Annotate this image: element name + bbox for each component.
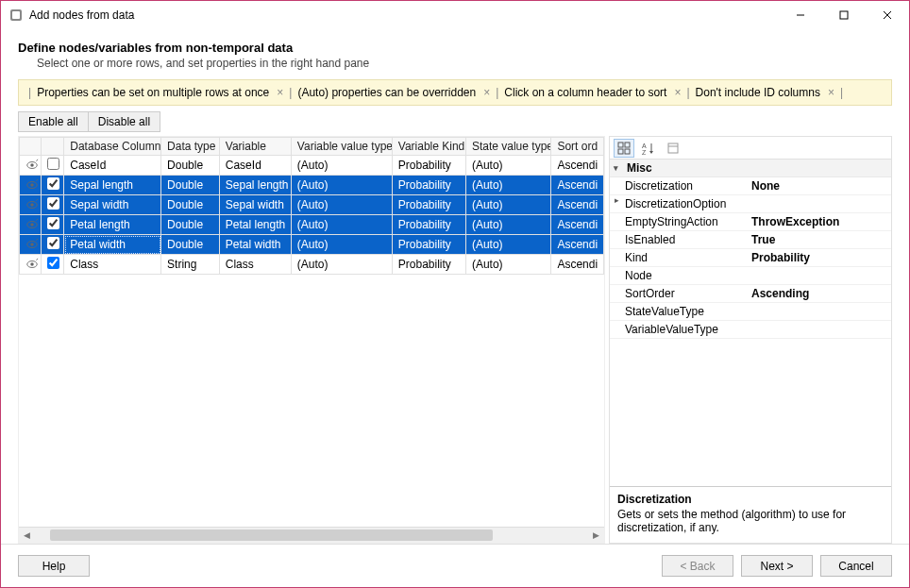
tip-close-icon[interactable]: × [674, 86, 681, 99]
cell-variable-kind[interactable]: Probability [392, 215, 465, 235]
scroll-track[interactable] [35, 528, 588, 543]
minimize-button[interactable] [779, 1, 822, 29]
cell-state-value-type[interactable]: (Auto) [465, 156, 550, 176]
row-checkbox-cell[interactable] [41, 255, 64, 275]
cell-database-column[interactable]: Class [64, 255, 161, 275]
row-eye-icon[interactable] [20, 176, 42, 195]
row-checkbox-cell[interactable] [41, 215, 64, 235]
property-value[interactable]: Ascending [748, 285, 891, 302]
row-checkbox[interactable] [47, 197, 59, 210]
grid-header-check[interactable] [41, 138, 64, 156]
cell-variable[interactable]: Sepal width [219, 195, 291, 215]
row-checkbox-cell[interactable] [41, 176, 64, 195]
cell-variable[interactable]: Class [219, 255, 291, 275]
cell-variable-value-type[interactable]: (Auto) [291, 176, 392, 195]
cell-data-type[interactable]: String [161, 255, 220, 275]
cell-sort-order[interactable]: Ascendi [551, 176, 604, 195]
cell-database-column[interactable]: CaseId [64, 156, 161, 176]
tip-close-icon[interactable]: × [277, 86, 283, 99]
cell-variable-kind[interactable]: Probability [392, 195, 465, 215]
cell-database-column[interactable]: Petal length [64, 215, 161, 235]
prop-alphabetical-button[interactable]: AZ [638, 139, 659, 158]
row-eye-icon[interactable] [20, 215, 42, 235]
row-checkbox[interactable] [47, 257, 59, 269]
cell-state-value-type[interactable]: (Auto) [465, 195, 550, 215]
help-button[interactable]: Help [18, 555, 90, 577]
property-row[interactable]: EmptyStringActionThrowException [610, 213, 891, 231]
prop-categorized-button[interactable] [614, 139, 634, 158]
cell-variable[interactable]: Petal length [219, 215, 291, 235]
cell-variable[interactable]: Petal width [219, 235, 291, 255]
cell-database-column[interactable]: Petal width [64, 235, 161, 255]
cell-data-type[interactable]: Double [161, 195, 220, 215]
cell-variable-kind[interactable]: Probability [392, 235, 465, 255]
cancel-button[interactable]: Cancel [820, 555, 892, 577]
tip-close-icon[interactable]: × [828, 86, 834, 99]
cell-data-type[interactable]: Double [161, 235, 220, 255]
row-eye-icon[interactable] [20, 255, 42, 275]
row-checkbox[interactable] [47, 217, 59, 229]
grid-header-database-column[interactable]: Database Column [64, 138, 161, 156]
row-eye-icon[interactable] [20, 235, 42, 255]
cell-variable-kind[interactable]: Probability [392, 156, 465, 176]
property-row[interactable]: StateValueType [610, 303, 891, 321]
table-row[interactable]: Petal widthDoublePetal width(Auto)Probab… [20, 235, 604, 255]
row-eye-icon[interactable] [20, 195, 42, 215]
grid-header-data-type[interactable]: Data type [161, 138, 220, 156]
cell-state-value-type[interactable]: (Auto) [465, 255, 550, 275]
cell-sort-order[interactable]: Ascendi [551, 156, 604, 176]
cell-data-type[interactable]: Double [161, 215, 220, 235]
tip-close-icon[interactable]: × [483, 86, 490, 99]
property-value[interactable]: ThrowException [748, 213, 891, 230]
grid-header-variable[interactable]: Variable [219, 138, 291, 156]
cell-state-value-type[interactable]: (Auto) [465, 215, 550, 235]
collapse-caret-icon[interactable]: ▾ [614, 163, 625, 173]
disable-all-button[interactable]: Disable all [89, 111, 160, 132]
cell-variable-value-type[interactable]: (Auto) [291, 156, 392, 176]
row-eye-icon[interactable] [20, 156, 42, 176]
grid-header-state-value-type[interactable]: State value type [465, 138, 550, 156]
cell-variable-kind[interactable]: Probability [392, 176, 465, 195]
property-value[interactable] [748, 267, 891, 284]
property-value[interactable]: Probability [748, 249, 891, 266]
property-row[interactable]: SortOrderAscending [610, 285, 891, 303]
row-checkbox[interactable] [47, 177, 59, 190]
cell-state-value-type[interactable]: (Auto) [465, 235, 550, 255]
cell-data-type[interactable]: Double [161, 176, 220, 195]
grid-header-icon[interactable] [20, 138, 42, 156]
back-button[interactable]: < Back [662, 555, 733, 577]
cell-sort-order[interactable]: Ascendi [551, 235, 604, 255]
property-value[interactable]: True [748, 231, 891, 248]
property-value[interactable] [748, 321, 891, 338]
property-value[interactable] [748, 195, 891, 212]
cell-database-column[interactable]: Sepal width [64, 195, 161, 215]
cell-database-column[interactable]: Sepal length [64, 176, 161, 195]
prop-pages-button[interactable] [663, 139, 683, 158]
table-row[interactable]: CaseIdDoubleCaseId(Auto)Probability(Auto… [20, 156, 604, 176]
next-button[interactable]: Next > [741, 555, 813, 577]
row-checkbox-cell[interactable] [41, 195, 64, 215]
cell-variable-value-type[interactable]: (Auto) [291, 215, 392, 235]
table-row[interactable]: ClassStringClass(Auto)Probability(Auto)A… [20, 255, 604, 275]
scroll-left-arrow[interactable]: ◀ [19, 528, 35, 544]
cell-variable-value-type[interactable]: (Auto) [291, 235, 392, 255]
grid-header-sort-order[interactable]: Sort ord [551, 138, 604, 156]
expand-caret-icon[interactable]: ▸ [610, 195, 623, 212]
grid-header-variable-kind[interactable]: Variable Kind [392, 138, 465, 156]
property-category[interactable]: ▾ Misc [610, 160, 891, 177]
cell-variable[interactable]: CaseId [219, 156, 291, 176]
row-checkbox[interactable] [47, 237, 59, 249]
property-row[interactable]: KindProbability [610, 249, 891, 267]
cell-variable-value-type[interactable]: (Auto) [291, 255, 392, 275]
row-checkbox-cell[interactable] [41, 235, 64, 255]
table-row[interactable]: Sepal widthDoubleSepal width(Auto)Probab… [20, 195, 604, 215]
property-row[interactable]: VariableValueType [610, 321, 891, 339]
row-checkbox[interactable] [47, 158, 59, 170]
property-row[interactable]: ▸DiscretizationOption [610, 195, 891, 213]
cell-data-type[interactable]: Double [161, 156, 220, 176]
cell-sort-order[interactable]: Ascendi [551, 195, 604, 215]
cell-variable-kind[interactable]: Probability [392, 255, 465, 275]
property-row[interactable]: IsEnabledTrue [610, 231, 891, 249]
cell-sort-order[interactable]: Ascendi [551, 215, 604, 235]
cell-variable[interactable]: Sepal length [219, 176, 291, 195]
